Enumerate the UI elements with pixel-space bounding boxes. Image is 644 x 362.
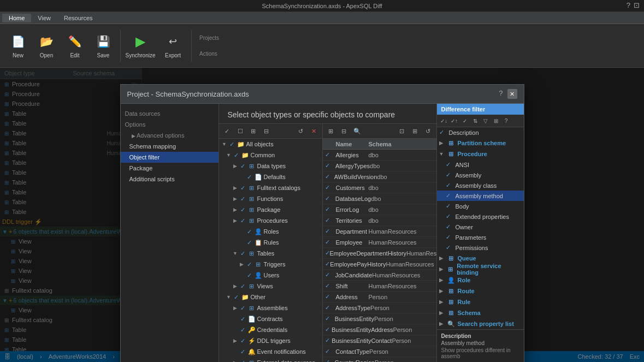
save-button[interactable]: 💾 Save [90,27,117,65]
diff-search-prop-list-group[interactable]: ▶ 🔍 Search property list [437,318,524,329]
search-obj-btn[interactable]: 🔍 [351,125,363,137]
tree-node-common[interactable]: ▼ ✓ 📁 Common [219,150,322,161]
tree-node-functions[interactable]: ▶ ✓ ⊞ Functions [219,193,322,204]
select-all-btn[interactable]: ✓ [221,125,233,137]
table-row[interactable]: ✓EmployeeDepartmentHistoryHumanResources [323,248,436,259]
expand-all-btn[interactable]: ⊞ [247,125,259,137]
diff-tb-help[interactable]: ? [501,116,511,126]
table-row[interactable]: ✓ErrorLogdbo [323,204,436,215]
refresh-btn[interactable]: ↺ [295,125,307,137]
tree-node-users[interactable]: ✓ 👤 Users [219,270,322,281]
tree-node-ddl-triggers[interactable]: ▶ ✓ ⚡ DDL triggers [219,335,322,346]
tree-node-views[interactable]: ▶ ✓ ⊞ Views [219,281,322,292]
table-row[interactable]: ✓DepartmentHumanResources [323,226,436,237]
tree-node-event-notifications[interactable]: ✓ 🔔 Event notifications [219,346,322,357]
tree-node-triggers[interactable]: ▶ ✓ ⊞ Triggers [219,259,322,270]
sidebar-schema-mapping[interactable]: Schema mapping [121,141,218,152]
tree-node-assemblies[interactable]: ▶ ✓ ⊞ Assemblies [219,302,322,313]
clear-filter-btn[interactable]: ✕ [308,125,320,137]
diff-route-group[interactable]: ▶ ⊞ Route [437,286,524,296]
group-btn[interactable]: ⊟ [338,125,350,137]
tree-node-contracts[interactable]: ✓ 📄 Contracts [219,313,322,324]
diff-permissions[interactable]: ✓ Permissions [437,242,524,253]
diff-tb-col[interactable]: ⊞ [491,116,501,126]
tree-node-ext-datasources[interactable]: ▶ ✓ ⊞ External data sources [219,357,322,362]
diff-queue-group[interactable]: ▶ ⊞ Queue [437,253,524,264]
help-btn[interactable]: ? [627,1,630,9]
open-button[interactable]: 📂 Open [33,27,60,65]
restore-obj-btn[interactable]: ⊡ [396,125,408,137]
trigger-icon: ⊞ [254,260,263,269]
diff-tb-btn-1[interactable]: ✓↓ [439,116,449,126]
diff-procedure-group[interactable]: ▼ ⊞ Procedure [437,149,524,159]
new-button[interactable]: 📄 New [4,27,32,65]
modal-help-btn[interactable]: ? [499,89,503,99]
table-row[interactable]: ✓AddressTypePerson [323,302,436,313]
table-row[interactable]: ✓Territoriesdbo [323,215,436,226]
tab-home[interactable]: Home [2,14,31,22]
sidebar-object-filter[interactable]: Object filter [121,152,218,163]
synchronize-button[interactable]: ▶ Synchronize [124,27,157,65]
table-row[interactable]: ✓ShiftHumanResources [323,281,436,292]
diff-ext-props[interactable]: ✓ Extended properties [437,211,524,222]
tree-node-fulltext-catalogs[interactable]: ▶ ✓ ⊞ Fulltext catalogs [219,182,322,193]
diff-schema-group[interactable]: ▶ ⊞ Schema [437,307,524,318]
diff-remote-svc-binding-group[interactable]: ▶ ⊞ Remote service binding [437,264,524,275]
tree-node-rules[interactable]: ✓ 📋 Rules [219,237,322,248]
table-row[interactable]: ✓EmployeePayHistoryHumanResources [323,259,436,270]
diff-owner[interactable]: ✓ Owner [437,222,524,232]
tree-node-tables[interactable]: ▼ ✓ ⊞ Tables [219,248,322,259]
diff-tb-filter[interactable]: ▽ [481,116,491,126]
check-icon: ✓ [245,239,254,246]
diff-tb-btn-2[interactable]: ✓↑ [450,116,459,126]
sidebar-advanced-options[interactable]: ▶ Advanced options [121,130,218,141]
tree-node-package[interactable]: ▶ ✓ ⊞ Package [219,204,322,215]
tree-node-credentials[interactable]: ✓ 🔑 Credentials [219,324,322,335]
table-row[interactable]: ✓JobCandidateHumanResources [323,270,436,281]
diff-assembly[interactable]: ✓ Assembly [437,170,524,180]
table-row[interactable]: ✓Customersdbo [323,182,436,193]
table-row[interactable]: ✓BusinessEntityAddressPerson [323,324,436,335]
schema-icon: ⊞ [447,308,456,317]
export-button[interactable]: ↩ Export [158,27,188,65]
restore-btn[interactable]: ⊡ [634,1,640,9]
diff-assembly-method[interactable]: ✓ Assembly method [437,191,524,201]
table-row[interactable]: ✓DatabaseLogdbo [323,193,436,204]
sidebar-package[interactable]: Package [121,163,218,174]
table-row[interactable]: ✓CountryRegionPerson [323,357,436,362]
grid-view-btn[interactable]: ⊞ [409,125,421,137]
tree-node-other[interactable]: ▼ ✓ 📁 Other [219,292,322,302]
diff-ansi[interactable]: ✓ ANSI [437,159,524,170]
tree-node-datatypes[interactable]: ▶ ✓ ⊞ Data types [219,161,322,171]
tab-view[interactable]: View [31,14,57,22]
collapse-all-btn[interactable]: ⊟ [261,125,273,137]
tab-resources[interactable]: Resources [57,14,99,22]
table-row[interactable]: ✓Allergiesdbo [323,150,436,161]
diff-tb-btn-3[interactable]: ✓ [460,116,470,126]
table-row[interactable]: ✓BusinessEntityContactPerson [323,335,436,346]
tree-node-roles[interactable]: ✓ 👤 Roles [219,226,322,237]
tree-node-defaults[interactable]: ✓ 📄 Defaults [219,171,322,182]
table-row[interactable]: ✓BusinessEntityPerson [323,313,436,324]
tree-node-procedures[interactable]: ▶ ✓ ⊞ Procedures [219,215,322,226]
diff-body[interactable]: ✓ Body [437,201,524,211]
modal-close-btn[interactable]: ✕ [507,89,517,99]
diff-rule-group[interactable]: ▶ ⊞ Rule [437,296,524,307]
refresh-obj-btn[interactable]: ↺ [422,125,434,137]
diff-assembly-class[interactable]: ✓ Assembly class [437,180,524,191]
table-row[interactable]: ✓AddressPerson [323,292,436,302]
table-row[interactable]: ✓AWBuildVersiondbo [323,171,436,182]
edit-button[interactable]: ✏️ Edit [61,27,88,65]
table-row[interactable]: ✓AllergyTypesdbo [323,161,436,171]
diff-tb-btn-4[interactable]: ⇅ [470,116,480,126]
diff-role-group[interactable]: ▶ 👤 Role [437,275,524,286]
tree-node-all-objects[interactable]: ▼ ✓ 📁 All objects [219,139,322,150]
diff-description[interactable]: ✓ Description [437,127,524,138]
diff-parameters[interactable]: ✓ Parameters [437,232,524,242]
sidebar-additional-scripts[interactable]: Additional scripts [121,174,218,185]
table-row[interactable]: ✓EmployeeHumanResources [323,237,436,248]
table-row[interactable]: ✓ContactTypePerson [323,346,436,357]
deselect-all-btn[interactable]: ☐ [234,125,246,137]
filter-toggle-btn[interactable]: ⊞ [325,125,337,137]
diff-partition-scheme[interactable]: ▶ ⊞ Partition scheme [437,138,524,149]
